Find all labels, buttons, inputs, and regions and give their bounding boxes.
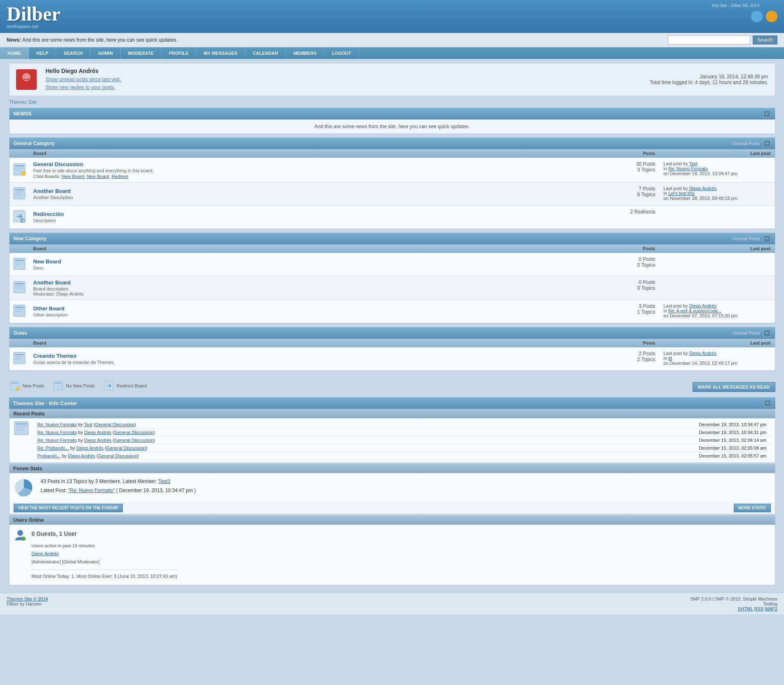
users-online-details: 0 Guests, 1 User Users active in past 15… <box>32 529 177 580</box>
board-title[interactable]: Another Board <box>33 188 594 194</box>
unread-posts-link[interactable]: Show unread posts since last visit. <box>46 76 121 84</box>
info-center-header: Themes Site · Info Center − <box>9 397 775 409</box>
recent-post-author[interactable]: Diego Andrés <box>84 438 111 443</box>
recent-post-link[interactable]: Re: Probando... <box>37 446 69 450</box>
child-board-link[interactable]: New Board <box>62 174 84 179</box>
stats-pie-chart <box>14 477 34 498</box>
guias-collapse-btn[interactable]: − <box>763 329 771 337</box>
recent-post-author[interactable]: Diego Andrés <box>68 453 95 458</box>
child-board-link2[interactable]: New Board <box>87 174 109 179</box>
footer-xhtml-link[interactable]: XHTML <box>738 606 753 611</box>
board-icon <box>13 280 26 295</box>
board-title[interactable]: Another Board <box>33 279 594 286</box>
nav-help[interactable]: HELP <box>29 47 56 59</box>
post-count: 0 Posts <box>602 279 655 285</box>
category-guias-title: Guías <box>14 330 27 336</box>
topic-count: 0 Topics <box>602 285 655 291</box>
category-general-header: General Category Unread Posts − <box>9 138 775 149</box>
col-last-post: Last post <box>660 339 775 347</box>
last-post-topic-link[interactable]: Let's test this <box>668 191 695 196</box>
info-center: Themes Site · Info Center − Recent Posts <box>9 397 775 585</box>
board-title[interactable]: Other Board <box>33 305 594 312</box>
users-online-panel: Users Online 0 Guests, 1 User Us <box>9 515 775 585</box>
last-post-in: in ttt <box>664 356 771 361</box>
time-logged: Total time logged in: 4 days, 11 hours a… <box>650 80 768 85</box>
post-count: 3 Posts <box>602 303 655 309</box>
nav-profile[interactable]: PROFILE <box>161 47 197 59</box>
board-title[interactable]: New Board <box>33 258 594 265</box>
footer-rss-link[interactable]: RSS <box>754 606 764 611</box>
mark-all-button[interactable]: MARK ALL MESSAGES As READ <box>693 382 775 392</box>
category-new-content: Board Posts Last post <box>9 244 775 323</box>
user-text: Hello Diego Andrés Show unread posts sin… <box>46 68 121 91</box>
logo[interactable]: Dilber <box>7 4 61 24</box>
nav-search[interactable]: SEARCH <box>56 47 90 59</box>
footer-themes-link[interactable]: Themes Site © 2014 <box>7 596 48 601</box>
recent-post-link[interactable]: Re: Nuevo Formato <box>37 438 77 443</box>
nav-my-messages[interactable]: MY MESSAGES <box>197 47 246 59</box>
breadcrumb[interactable]: Themes Site <box>9 99 775 105</box>
last-post-author-link[interactable]: Diego Andrés <box>689 303 716 308</box>
news-collapse-btn[interactable]: − <box>763 110 771 117</box>
new-replies-link[interactable]: Show new replies to your posts. <box>46 84 121 91</box>
svg-rect-25 <box>15 288 21 289</box>
redirect-legend-icon <box>103 380 115 392</box>
board-title[interactable]: Creando Themes <box>33 353 594 359</box>
social-icon-blue[interactable] <box>751 11 763 22</box>
topic-count: 0 Topics <box>602 262 655 268</box>
recent-post-board[interactable]: General Discussion <box>95 422 134 427</box>
view-recent-posts-btn[interactable]: VIEW THE MOST RECENT POSTS ON THE FORUM! <box>14 504 123 512</box>
recent-post-board[interactable]: General Discussion <box>114 438 153 443</box>
nav-admin[interactable]: ADMIN <box>91 47 121 59</box>
board-name-cell: New Board Desc <box>29 253 598 276</box>
more-stats-btn[interactable]: MORE STATS! <box>734 504 770 512</box>
latest-post-link[interactable]: "Re: Nuevo Formato" <box>68 488 115 493</box>
nav-home[interactable]: HOME <box>0 47 29 59</box>
general-collapse-btn[interactable]: − <box>763 140 771 147</box>
board-child-boards: Child Boards: New Board, New Board, Redi… <box>33 174 594 179</box>
online-user-link[interactable]: Diego Andrés <box>32 551 59 556</box>
news-panel-content: And this are some news from the site, he… <box>9 120 775 134</box>
latest-member-link[interactable]: Test3 <box>158 479 170 484</box>
recent-post-author[interactable]: Test <box>84 422 92 427</box>
recent-posts-icon <box>14 421 29 441</box>
recent-post-board[interactable]: General Discussion <box>114 430 153 435</box>
topic-count: 3 Topics <box>602 167 655 173</box>
board-last-post: Last post by Test in Re: Nuevo Formato o… <box>660 158 775 183</box>
search-button[interactable]: Search <box>753 35 777 45</box>
nav-logout[interactable]: LOGOUT <box>324 47 359 59</box>
last-post-topic-link[interactable]: ttt <box>668 356 672 361</box>
search-area: Search <box>668 35 777 45</box>
last-post-topic-link[interactable]: Re: A poll & quotes/code... <box>668 308 721 313</box>
nav-members[interactable]: MEMBERS <box>286 47 324 59</box>
moderator-link[interactable]: Diego Andrés <box>56 291 84 296</box>
recent-post-link[interactable]: Probando... <box>37 453 61 458</box>
recent-post-author[interactable]: Diego Andrés <box>76 446 103 450</box>
svg-rect-27 <box>15 307 23 308</box>
last-post-author-link[interactable]: Diego Andrés <box>689 186 716 191</box>
recent-post-link[interactable]: Re: Nuevo Formato <box>37 430 77 435</box>
nav-calendar[interactable]: CALENDAR <box>245 47 286 59</box>
last-post-topic-link[interactable]: Re: Nuevo Formato <box>668 166 708 171</box>
recent-post-date: December 15, 2013, 02:05:08 am <box>699 446 767 450</box>
info-center-collapse-btn[interactable]: − <box>764 399 771 407</box>
svg-rect-24 <box>15 286 23 286</box>
search-input[interactable] <box>668 35 750 45</box>
last-post-in: in Re: Nuevo Formato <box>664 166 771 171</box>
footer-wap2-link[interactable]: WAP2 <box>765 606 777 611</box>
news-bar: News: And this are some news from the si… <box>0 33 784 47</box>
nav-moderate[interactable]: MODERATE <box>121 47 161 59</box>
recent-post-board[interactable]: General Discussion <box>106 446 145 450</box>
recent-post-item: Probando... by Diego Andrés (General Dis… <box>33 452 771 460</box>
recent-post-link[interactable]: Re: Nuevo Formato <box>37 422 77 427</box>
board-title[interactable]: Redirección <box>33 211 594 217</box>
last-post-author-link[interactable]: Diego Andrés <box>689 351 716 356</box>
last-post-author-link[interactable]: Test <box>689 161 697 166</box>
recent-post-author[interactable]: Diego Andrés <box>84 430 111 435</box>
recent-post-board[interactable]: General Discussion <box>98 453 137 458</box>
col-icon <box>9 244 29 253</box>
child-board-link3[interactable]: Redirect <box>112 174 129 179</box>
board-title[interactable]: General Discussion <box>33 161 594 167</box>
social-icon-orange[interactable] <box>766 11 777 22</box>
new-category-collapse-btn[interactable]: − <box>763 235 771 242</box>
